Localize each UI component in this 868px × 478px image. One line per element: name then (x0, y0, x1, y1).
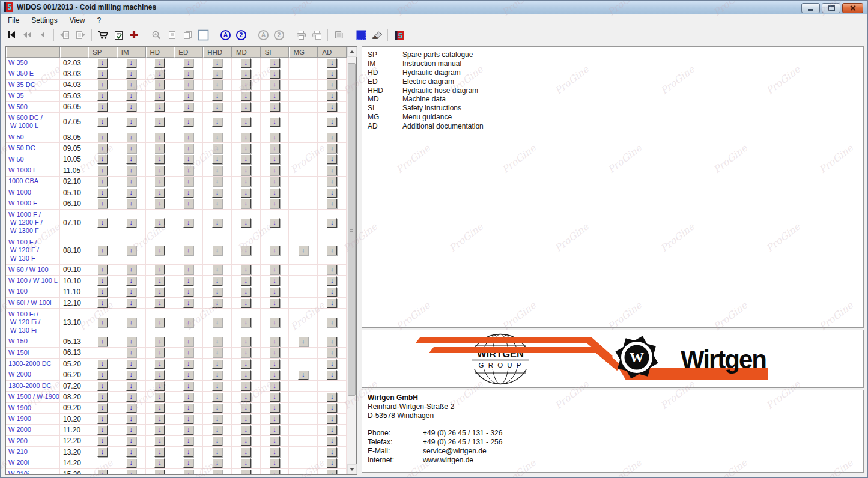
zoom-button[interactable] (148, 28, 164, 43)
machine-link[interactable]: 1000 CBA (6, 177, 60, 187)
download-button-ed[interactable]: ↓ (183, 69, 193, 79)
menu-file[interactable]: File (2, 15, 25, 26)
download-button-hhd[interactable]: ↓ (212, 318, 222, 327)
download-button-im[interactable]: ↓ (126, 166, 136, 175)
machine-link[interactable]: W 210 (6, 447, 60, 457)
download-button-ad[interactable]: ↓ (327, 166, 337, 175)
download-button-hhd[interactable]: ↓ (212, 265, 222, 274)
download-button-md[interactable]: ↓ (241, 425, 251, 435)
download-button-hd[interactable]: ↓ (154, 154, 165, 164)
download-button-ad[interactable]: ↓ (327, 154, 337, 164)
machine-link[interactable]: W 2000 (6, 369, 60, 380)
download-button-ad[interactable]: ↓ (327, 447, 337, 457)
download-button-im[interactable]: ↓ (126, 436, 136, 446)
download-button-ed[interactable]: ↓ (183, 370, 193, 380)
download-button-si[interactable]: ↓ (270, 246, 280, 255)
download-button-hhd[interactable]: ↓ (212, 144, 222, 153)
download-button-ed[interactable]: ↓ (183, 154, 193, 164)
download-button-im[interactable]: ↓ (126, 318, 136, 327)
download-button-hd[interactable]: ↓ (154, 370, 165, 380)
download-button-im[interactable]: ↓ (126, 265, 136, 274)
download-button-im[interactable]: ↓ (126, 80, 136, 89)
download-button-hd[interactable]: ↓ (154, 287, 165, 297)
machine-link[interactable]: 1300-2000 DC (6, 358, 60, 369)
download-button-mg[interactable]: ↓ (298, 337, 308, 346)
machine-link[interactable]: 1300-2000 DC (6, 381, 60, 391)
download-button-hd[interactable]: ↓ (154, 117, 165, 127)
download-button-hhd[interactable]: ↓ (212, 370, 222, 380)
download-button-im[interactable]: ↓ (126, 218, 136, 228)
font-size-a-alt-button[interactable]: A (255, 28, 271, 43)
machine-link[interactable]: W 200i (6, 458, 60, 468)
download-button-sp[interactable]: ↓ (97, 188, 108, 198)
download-button-ed[interactable]: ↓ (183, 425, 193, 435)
download-button-si[interactable]: ↓ (270, 133, 280, 142)
close-button[interactable] (842, 3, 863, 13)
download-button-si[interactable]: ↓ (270, 458, 280, 468)
machine-link[interactable]: W 350 E (6, 68, 60, 79)
download-button-hhd[interactable]: ↓ (212, 133, 222, 142)
machine-link[interactable]: W 600 DC / W 1000 L (6, 113, 60, 132)
download-button-hd[interactable]: ↓ (154, 425, 165, 435)
download-button-hhd[interactable]: ↓ (212, 414, 222, 424)
download-button-hd[interactable]: ↓ (154, 58, 165, 68)
download-button-ed[interactable]: ↓ (183, 403, 193, 413)
download-button-md[interactable]: ↓ (241, 414, 251, 424)
download-button-im[interactable]: ↓ (126, 102, 136, 112)
download-button-ad[interactable]: ↓ (327, 458, 337, 468)
download-button-md[interactable]: ↓ (241, 144, 251, 153)
machine-link[interactable]: W 350 (6, 58, 60, 68)
download-button-si[interactable]: ↓ (270, 414, 280, 424)
previous-button[interactable] (35, 28, 50, 43)
download-button-ad[interactable]: ↓ (327, 318, 337, 327)
download-button-md[interactable]: ↓ (241, 58, 251, 68)
machine-link[interactable]: W 210i (6, 469, 60, 474)
download-button-sp[interactable]: ↓ (97, 265, 108, 274)
download-button-im[interactable]: ↓ (126, 359, 136, 369)
machine-link[interactable]: W 35 (6, 91, 60, 101)
download-button-si[interactable]: ↓ (270, 287, 280, 297)
download-button-md[interactable]: ↓ (241, 381, 251, 391)
download-button-hhd[interactable]: ↓ (212, 177, 222, 186)
download-button-hd[interactable]: ↓ (154, 265, 165, 274)
download-button-sp[interactable]: ↓ (97, 276, 108, 286)
download-button-md[interactable]: ↓ (241, 133, 251, 142)
download-button-md[interactable]: ↓ (241, 348, 251, 357)
download-button-ad[interactable]: ↓ (327, 403, 337, 413)
download-button-ad[interactable]: ↓ (327, 359, 337, 369)
download-button-mg[interactable]: ↓ (298, 370, 308, 380)
download-button-si[interactable]: ↓ (270, 117, 280, 127)
download-button-md[interactable]: ↓ (241, 177, 251, 186)
machine-link[interactable]: W 60 / W 100 (6, 265, 60, 275)
download-button-ed[interactable]: ↓ (183, 392, 193, 402)
download-button-sp[interactable]: ↓ (97, 154, 108, 164)
menu-view[interactable]: View (64, 15, 91, 26)
download-button-ed[interactable]: ↓ (183, 381, 193, 391)
font-size-2-alt-button[interactable]: 2 (271, 28, 287, 43)
download-button-hd[interactable]: ↓ (154, 91, 165, 101)
download-button-hd[interactable]: ↓ (154, 144, 165, 153)
download-button-si[interactable]: ↓ (270, 447, 280, 457)
download-button-md[interactable]: ↓ (241, 154, 251, 164)
download-button-sp[interactable]: ↓ (97, 246, 108, 255)
download-button-ed[interactable]: ↓ (183, 436, 193, 446)
download-button-ed[interactable]: ↓ (183, 276, 193, 286)
download-button-ad[interactable]: ↓ (327, 470, 337, 474)
notes-button[interactable] (331, 28, 347, 43)
download-button-si[interactable]: ↓ (270, 102, 280, 112)
download-button-si[interactable]: ↓ (270, 218, 280, 228)
machine-link[interactable]: W 100 / W 100 L (6, 276, 60, 286)
download-button-hd[interactable]: ↓ (154, 359, 165, 369)
download-button-si[interactable]: ↓ (270, 58, 280, 68)
download-button-md[interactable]: ↓ (241, 276, 251, 286)
download-button-hhd[interactable]: ↓ (212, 403, 222, 413)
download-button-si[interactable]: ↓ (270, 80, 280, 89)
minimize-button[interactable] (801, 3, 820, 13)
download-button-md[interactable]: ↓ (241, 370, 251, 380)
machine-link[interactable]: W 500 (6, 102, 60, 112)
machine-link[interactable]: W 1500 / W 1900 (6, 392, 60, 402)
download-button-sp[interactable]: ↓ (97, 425, 108, 435)
page-back-button[interactable] (57, 28, 73, 43)
download-button-hhd[interactable]: ↓ (212, 166, 222, 175)
machine-link[interactable]: W 100 Fi / W 120 Fi / W 130 Fi (6, 309, 60, 336)
